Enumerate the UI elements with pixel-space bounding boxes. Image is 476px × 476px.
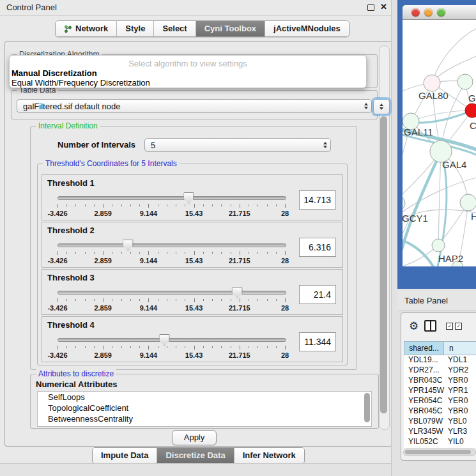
node-HAP2[interactable] xyxy=(432,239,445,252)
tick-mark xyxy=(231,252,231,254)
cell-shared-name: YLR345W xyxy=(404,427,448,437)
attribute-item[interactable]: TopologicalCoefficient xyxy=(38,403,371,413)
tick-label: 15.43 xyxy=(185,351,203,359)
tick-mark xyxy=(240,251,240,255)
zoom-traffic-light-icon[interactable] xyxy=(437,8,445,17)
table-row[interactable]: YDL19...YDL1 xyxy=(404,355,476,365)
threshold-slider[interactable]: -3.4262.8599.14415.4321.71528 xyxy=(58,332,285,360)
slider-thumb[interactable] xyxy=(123,240,134,251)
algorithm-option[interactable]: Equal Width/Frequency Discretization xyxy=(10,78,366,88)
tick-mark xyxy=(249,299,249,301)
threshold-value-field[interactable]: 6.316 xyxy=(299,238,336,257)
checkbox-icon[interactable]: ✓ xyxy=(455,323,462,330)
node-red[interactable] xyxy=(465,104,476,118)
network-canvas[interactable]: GAL80G.CGAL11GAL4GCY1HHAP2 xyxy=(403,19,476,266)
attribute-item[interactable]: SelfLoops xyxy=(38,392,371,403)
table-hscrollbar[interactable] xyxy=(403,449,476,456)
control-panel: Control Panel ✕ NetworkStyleSelectCyni T… xyxy=(0,0,395,476)
apply-button[interactable]: Apply xyxy=(172,430,217,445)
tick-label: 15.43 xyxy=(185,257,203,265)
threshold-label: Threshold 2 xyxy=(47,226,95,235)
close-panel-icon[interactable]: ✕ xyxy=(380,2,387,12)
tick-mark xyxy=(158,299,158,301)
threshold-slider[interactable]: -3.4262.8599.14415.4321.71528 xyxy=(58,238,285,266)
attributes-list[interactable]: SelfLoopsTopologicalCoefficientBetweenne… xyxy=(37,391,372,427)
table-hscrollbar-thumb[interactable] xyxy=(405,450,471,454)
float-panel-icon[interactable] xyxy=(367,4,374,11)
table-row[interactable]: YPR145WYPR1 xyxy=(404,386,476,396)
tick-mark xyxy=(212,204,213,206)
attribute-item[interactable]: BetweennessCentrality xyxy=(38,413,371,424)
algorithm-option[interactable]: Manual Discretization xyxy=(10,68,366,78)
tab-discretize-data[interactable]: Discretize Data xyxy=(157,448,234,463)
tick-mark xyxy=(167,252,167,254)
slider-ticks xyxy=(58,251,285,256)
column-header-shared-name[interactable]: shared... xyxy=(404,341,444,355)
content-scrollbar-thumb[interactable] xyxy=(380,116,387,413)
table-row[interactable]: YBR045CYBR0 xyxy=(404,406,476,417)
tick-mark xyxy=(267,346,268,348)
node-G[interactable] xyxy=(457,74,473,89)
slider-thumb[interactable] xyxy=(232,287,243,298)
tab-label: Discretize Data xyxy=(165,448,225,463)
tab-infer-network[interactable]: Infer Network xyxy=(234,448,304,463)
columns-icon[interactable] xyxy=(424,320,436,332)
tab-label: Impute Data xyxy=(101,448,148,463)
table-data-combo[interactable]: galFiltered.sif default node xyxy=(17,99,372,113)
tab-network[interactable]: Network xyxy=(56,21,117,36)
column-header-name[interactable]: n xyxy=(444,341,476,355)
slider-thumb[interactable] xyxy=(183,192,194,204)
table-row[interactable]: YDR27...YDR2 xyxy=(404,365,476,376)
threshold-slider[interactable]: -3.4262.8599.14415.4321.71528 xyxy=(58,285,285,313)
node-label-GAL80: GAL80 xyxy=(418,90,449,101)
table-row[interactable]: YBR043CYBR0 xyxy=(404,376,476,386)
tick-label: 15.43 xyxy=(185,304,203,312)
tick-mark xyxy=(221,252,222,254)
table-rows: YDL19...YDL1YDR27...YDR2YBR043CYBR0YPR14… xyxy=(404,355,476,448)
tab-cyni-toolbox[interactable]: Cyni Toolbox xyxy=(196,21,265,36)
tick-mark xyxy=(257,299,258,301)
tick-mark xyxy=(221,204,222,206)
tick-mark xyxy=(112,252,112,254)
slider-thumb[interactable] xyxy=(159,334,170,346)
cell-shared-name: YIL052C xyxy=(404,437,448,447)
table-row[interactable]: YIL052CYIL0 xyxy=(404,437,476,447)
table-row[interactable]: YLR345WYLR3 xyxy=(404,427,476,437)
table-row[interactable]: YER054CYER0 xyxy=(404,396,476,406)
threshold-value-field[interactable]: 14.713 xyxy=(299,190,336,210)
tick-mark xyxy=(203,252,204,254)
threshold-value-field[interactable]: 11.344 xyxy=(299,332,336,351)
num-intervals-combo[interactable]: 5 xyxy=(144,138,331,152)
checkbox-icon[interactable]: ✓ xyxy=(446,323,453,330)
tick-label: -3.426 xyxy=(47,304,67,312)
network-window-titlebar xyxy=(403,5,476,20)
tick-mark xyxy=(139,252,140,254)
attributes-list-scrollbar[interactable] xyxy=(364,393,370,422)
tab-select[interactable]: Select xyxy=(154,21,196,36)
cell-name: YDL1 xyxy=(448,355,476,365)
tick-mark xyxy=(194,204,195,208)
node-H[interactable] xyxy=(460,194,476,211)
tick-mark xyxy=(112,299,112,301)
tab-jactivemnodules[interactable]: jActiveMNodules xyxy=(265,21,349,36)
node-GCY1[interactable] xyxy=(403,196,405,211)
algorithm-combo-stepper[interactable] xyxy=(373,99,390,114)
tick-mark xyxy=(103,346,104,349)
tab-impute-data[interactable]: Impute Data xyxy=(93,448,157,463)
tick-mark xyxy=(167,346,167,348)
minimize-traffic-light-icon[interactable] xyxy=(424,8,433,17)
node-label-H: H xyxy=(471,211,476,222)
node-label-C: C xyxy=(470,120,476,131)
numerical-attributes-label: Numerical Attributes xyxy=(36,380,117,389)
threshold-slider[interactable]: -3.4262.8599.14415.4321.71528 xyxy=(58,190,285,219)
node-GAL80[interactable] xyxy=(424,75,440,91)
tick-label: 2.859 xyxy=(94,257,112,265)
threshold-label: Threshold 3 xyxy=(47,273,95,282)
control-panel-titlebar: Control Panel ✕ xyxy=(0,0,395,16)
tab-style[interactable]: Style xyxy=(117,21,154,36)
stepper-arrows-icon xyxy=(320,142,330,148)
table-row[interactable]: YBL079WYBL0 xyxy=(404,417,476,427)
gear-icon[interactable]: ⚙ xyxy=(409,321,418,332)
close-traffic-light-icon[interactable] xyxy=(411,8,420,17)
threshold-value-field[interactable]: 21.4 xyxy=(299,285,336,304)
